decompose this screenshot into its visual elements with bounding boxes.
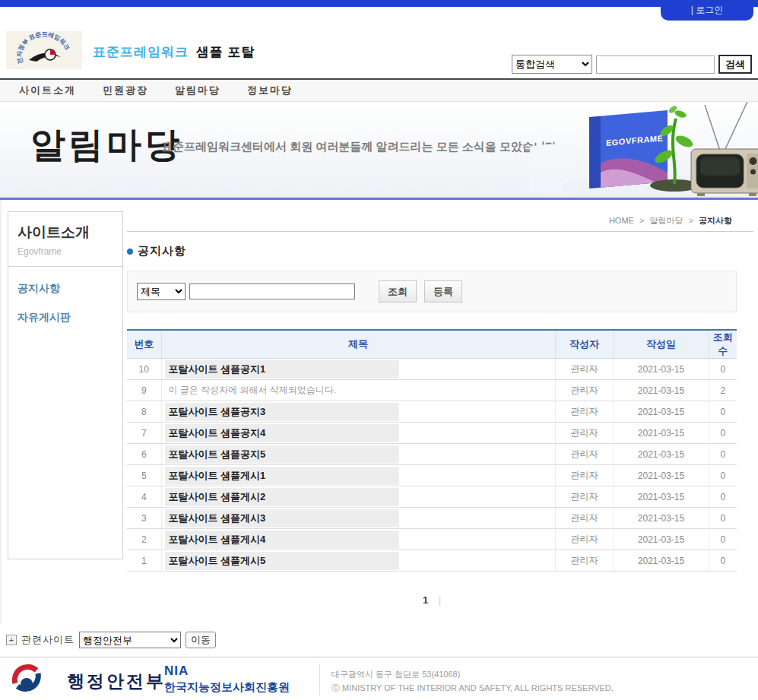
- row-author: 관리자: [555, 508, 614, 529]
- nav-item-minwon[interactable]: 민원광장: [103, 84, 148, 97]
- row-title-link[interactable]: 포탈사이트 샘플공지5: [165, 445, 399, 464]
- row-author: 관리자: [555, 380, 614, 401]
- related-sites-select[interactable]: 행정안전부: [79, 632, 181, 648]
- col-header-author: 작성자: [555, 330, 614, 359]
- row-title-cell: 포탈사이트 샘플공지1: [161, 359, 555, 380]
- sidebar-item-free-board[interactable]: 자유게시판: [17, 311, 113, 325]
- row-views: 2: [709, 380, 737, 401]
- sidebar: 사이트소개 Egovframe 공지사항 자유게시판: [8, 211, 123, 559]
- header-search-button[interactable]: 검색: [718, 55, 752, 74]
- svg-text:전자정부 표준프레임워크: 전자정부 표준프레임워크: [16, 31, 71, 65]
- nav-item-site-intro[interactable]: 사이트소개: [19, 84, 76, 97]
- footer-divider: [319, 664, 320, 695]
- nia-name: 한국지능정보사회진흥원: [164, 680, 290, 695]
- row-author: 관리자: [555, 444, 614, 465]
- row-date: 2021-03-15: [614, 444, 709, 465]
- gov-ministry-name: 행정안전부: [67, 670, 166, 693]
- breadcrumb-section[interactable]: 알림마당: [649, 216, 683, 225]
- site-title-rest: 샘플 포탈: [196, 45, 255, 59]
- table-row: 2 포탈사이트 샘플게시4 관리자 2021-03-15 0: [127, 529, 737, 550]
- table-row: 6 포탈사이트 샘플공지5 관리자 2021-03-15 0: [127, 444, 737, 465]
- pagination: 1 |: [127, 594, 737, 606]
- row-views: 0: [709, 423, 737, 444]
- plus-icon[interactable]: +: [6, 635, 17, 645]
- row-no: 7: [127, 423, 161, 444]
- sidebar-header: 사이트소개 Egovframe: [8, 212, 122, 267]
- row-date: 2021-03-15: [614, 550, 709, 572]
- portal-logo[interactable]: 전자정부 표준프레임워크: [6, 31, 82, 69]
- breadcrumb: HOME > 알림마당 > 공지사항: [127, 215, 753, 232]
- nav-item-notice-board[interactable]: 알림마당: [175, 84, 220, 97]
- row-views: 0: [709, 444, 737, 465]
- row-date: 2021-03-15: [614, 486, 709, 508]
- row-no: 8: [127, 401, 161, 423]
- row-title-cell: 이 글은 작성자에 의해서 삭제되었습니다.: [161, 380, 555, 401]
- main: 사이트소개 Egovframe 공지사항 자유게시판 HOME > 알림마당 >…: [0, 200, 758, 623]
- header-search: 통합검색 검색: [512, 55, 752, 74]
- row-title-link[interactable]: 포탈사이트 샘플게시4: [165, 531, 399, 549]
- table-row: 1 포탈사이트 샘플게시5 관리자 2021-03-15 0: [127, 550, 737, 572]
- top-bar: | 로그인: [0, 0, 758, 7]
- footer-text: 대구광역시 동구 첨단로 53(41068) ⓒ MINISTRY OF THE…: [331, 668, 614, 695]
- breadcrumb-current: 공지사항: [699, 216, 732, 225]
- row-no: 9: [127, 380, 161, 401]
- banner-subtitle: 표준프레임워크센터에서 회원 여러분들께 알려드리는 모든 소식을 모았습니다.: [161, 140, 560, 154]
- banner-illustration: EGOVFRAME: [530, 102, 758, 198]
- header-search-input[interactable]: [596, 55, 715, 74]
- row-date: 2021-03-15: [614, 359, 709, 380]
- board-search-field-select[interactable]: 제목: [137, 283, 186, 300]
- row-views: 0: [709, 529, 737, 550]
- row-title-cell: 포탈사이트 샘플게시5: [161, 550, 555, 572]
- footer-address: 대구광역시 동구 첨단로 53(41068): [331, 668, 614, 682]
- row-title-link[interactable]: 포탈사이트 샘플공지3: [165, 403, 399, 421]
- col-header-title: 제목: [161, 330, 555, 359]
- table-header-row: 번호 제목 작성자 작성일 조회수: [127, 330, 737, 359]
- header: 전자정부 표준프레임워크 표준프레임워크 샘플 포탈 통합검색 검색: [0, 7, 758, 78]
- row-title-link[interactable]: 포탈사이트 샘플게시2: [165, 488, 399, 506]
- row-title-link[interactable]: 포탈사이트 샘플게시3: [165, 509, 399, 527]
- row-author: 관리자: [555, 359, 614, 380]
- header-search-scope-select[interactable]: 통합검색: [512, 55, 592, 74]
- page: | 로그인 전자정부 표준프레임워크 표준프레임워크 샘플 포탈 통합검색 검색: [0, 0, 758, 700]
- table-row: 9 이 글은 작성자에 의해서 삭제되었습니다. 관리자 2021-03-15 …: [127, 380, 737, 401]
- register-button[interactable]: 등록: [424, 280, 462, 302]
- row-title-cell: 포탈사이트 샘플공지5: [161, 444, 555, 465]
- egovframe-logo-icon: 전자정부 표준프레임워크: [6, 31, 82, 69]
- go-button[interactable]: 이동: [186, 632, 216, 648]
- row-no: 4: [127, 486, 161, 508]
- nav-item-info[interactable]: 정보마당: [247, 84, 293, 97]
- query-button[interactable]: 조회: [379, 280, 417, 302]
- row-author: 관리자: [555, 486, 614, 508]
- row-title-link[interactable]: 포탈사이트 샘플게시1: [165, 467, 399, 485]
- breadcrumb-home[interactable]: HOME: [609, 216, 634, 225]
- row-title-cell: 포탈사이트 샘플게시2: [161, 486, 555, 508]
- row-author: 관리자: [555, 550, 614, 572]
- row-title-link: 이 글은 작성자에 의해서 삭제되었습니다.: [165, 382, 399, 399]
- page-number-1[interactable]: 1: [423, 594, 428, 606]
- section-header: 공지사항: [127, 244, 753, 258]
- row-title-link[interactable]: 포탈사이트 샘플공지1: [165, 360, 399, 379]
- row-no: 1: [127, 550, 161, 572]
- site-title: 표준프레임워크 샘플 포탈: [93, 43, 255, 61]
- row-date: 2021-03-15: [614, 508, 709, 529]
- row-title-cell: 포탈사이트 샘플게시4: [161, 529, 555, 550]
- banner-title: 알림마당: [30, 122, 182, 169]
- row-views: 0: [709, 508, 737, 529]
- board-search-input[interactable]: [189, 283, 355, 299]
- nia-logo: NIA 한국지능정보사회진흥원: [164, 664, 290, 695]
- col-header-no: 번호: [127, 330, 161, 359]
- table-row: 7 포탈사이트 샘플공지4 관리자 2021-03-15 0: [127, 423, 737, 444]
- egovframe-box-icon: EGOVFRAME: [589, 110, 668, 188]
- sidebar-title: 사이트소개: [17, 223, 113, 242]
- row-views: 0: [709, 550, 737, 572]
- board-search-panel: 제목 조회 등록: [127, 271, 737, 312]
- row-views: 0: [709, 486, 737, 508]
- login-button[interactable]: | 로그인: [661, 0, 753, 21]
- section-bullet-icon: [127, 249, 133, 255]
- content: HOME > 알림마당 > 공지사항 공지사항 제목 조회 등록: [127, 200, 753, 606]
- sidebar-item-notices[interactable]: 공지사항: [17, 282, 113, 296]
- row-title-link[interactable]: 포탈사이트 샘플공지4: [165, 424, 399, 442]
- row-date: 2021-03-15: [614, 529, 709, 550]
- breadcrumb-separator: >: [689, 216, 693, 225]
- row-title-link[interactable]: 포탈사이트 샘플게시5: [165, 552, 399, 570]
